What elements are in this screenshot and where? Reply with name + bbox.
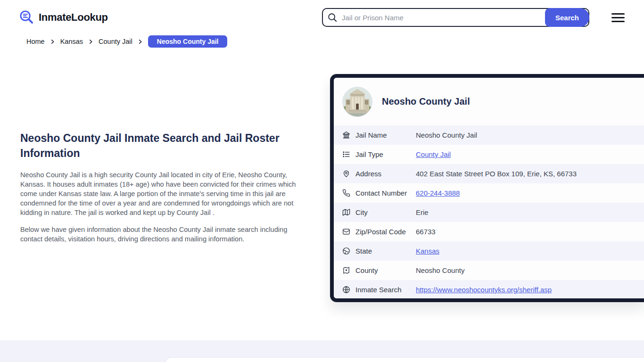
row-label: Zip/Postal Code xyxy=(355,228,416,236)
bank-icon xyxy=(342,131,350,139)
page-title: Neosho County Jail Inmate Search and Jai… xyxy=(20,131,303,161)
phone-icon xyxy=(342,189,350,197)
breadcrumb-kansas[interactable]: Kansas xyxy=(60,38,83,45)
state-link[interactable]: Kansas xyxy=(416,247,439,255)
county-map-icon xyxy=(342,266,350,274)
jail-info-card: Neosho County Jail Jail Name Neosho Coun… xyxy=(330,74,644,302)
row-label: Jail Name xyxy=(355,131,416,139)
globe-icon xyxy=(342,247,350,255)
jail-card-header: Neosho County Jail xyxy=(334,78,644,125)
row-value: Neosho County xyxy=(416,266,464,274)
article: Neosho County Jail Inmate Search and Jai… xyxy=(20,131,303,251)
search-bar: Search xyxy=(322,8,589,27)
contact-number-link[interactable]: 620-244-3888 xyxy=(416,189,460,197)
row-label: Contact Number xyxy=(355,189,416,197)
row-label: State xyxy=(355,247,416,255)
row-value: 402 East State Street PO Box 109, Erie, … xyxy=(416,170,577,178)
search-icon xyxy=(327,12,338,23)
row-label: Address xyxy=(355,170,416,178)
hamburger-menu-icon[interactable] xyxy=(611,13,625,22)
breadcrumb-county-jail[interactable]: County Jail xyxy=(99,38,132,45)
map-pin-icon xyxy=(342,170,350,178)
table-row: Inmate Search https://www.neoshocountyks… xyxy=(334,280,644,299)
web-globe-icon xyxy=(342,286,350,294)
table-row: Jail Name Neosho County Jail xyxy=(334,125,644,145)
brand-name: InmateLookup xyxy=(39,11,108,24)
chevron-right-icon xyxy=(88,39,93,44)
jail-type-link[interactable]: County Jail xyxy=(416,150,451,158)
map-icon xyxy=(342,208,350,216)
magnifier-document-icon xyxy=(19,9,34,25)
row-label: Inmate Search xyxy=(355,286,416,294)
bottom-card-peek xyxy=(165,357,644,362)
row-label: Jail Type xyxy=(355,150,416,158)
jail-card-title: Neosho County Jail xyxy=(382,96,470,107)
table-row: Contact Number 620-244-3888 xyxy=(334,183,644,203)
breadcrumb-home[interactable]: Home xyxy=(26,38,45,45)
row-value: 66733 xyxy=(416,228,436,236)
brand-logo[interactable]: InmateLookup xyxy=(19,9,108,25)
table-row: Jail Type County Jail xyxy=(334,145,644,164)
breadcrumb: Home Kansas County Jail Neosho County Ja… xyxy=(26,35,227,48)
courthouse-photo xyxy=(342,87,372,117)
chevron-right-icon xyxy=(138,39,143,44)
breadcrumb-current-badge: Neosho County Jail xyxy=(148,35,228,48)
row-label: City xyxy=(355,208,416,216)
table-row: State Kansas xyxy=(334,241,644,261)
table-row: County Neosho County xyxy=(334,261,644,280)
table-row: City Erie xyxy=(334,203,644,222)
row-value: Erie xyxy=(416,208,429,216)
table-row: Address 402 East State Street PO Box 109… xyxy=(334,164,644,183)
inmate-search-link[interactable]: https://www.neoshocountyks.org/sheriff.a… xyxy=(416,286,552,294)
mail-icon xyxy=(342,228,350,236)
table-row: Zip/Postal Code 66733 xyxy=(334,222,644,241)
row-value: Neosho County Jail xyxy=(416,131,477,139)
article-paragraph: Neosho County Jail is a high security Co… xyxy=(20,170,303,217)
search-button[interactable]: Search xyxy=(545,8,589,27)
bottom-section xyxy=(0,340,644,362)
jail-info-table: Jail Name Neosho County Jail Jail Type C… xyxy=(334,125,644,299)
list-icon xyxy=(342,150,350,158)
chevron-right-icon xyxy=(50,39,55,44)
article-paragraph: Below we have given information about th… xyxy=(20,225,303,244)
row-label: County xyxy=(355,266,416,274)
